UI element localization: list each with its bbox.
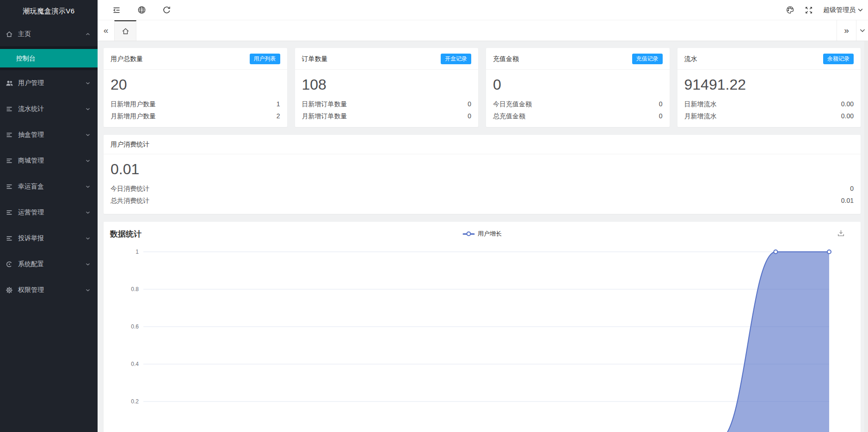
card-title: 流水	[684, 55, 697, 63]
card-title: 用户消费统计	[111, 140, 149, 149]
sidebar-item-operations[interactable]: 运营管理	[0, 200, 98, 225]
vertical-scrollbar[interactable]	[864, 41, 868, 432]
sidebar-item-label: 用户管理	[18, 79, 85, 87]
navbar-right: 超级管理员	[786, 6, 868, 14]
stat-row: 今日消费统计 0	[111, 183, 854, 195]
top-navbar: 超级管理员	[98, 0, 868, 20]
list-icon	[6, 157, 17, 164]
chart-title: 数据统计	[110, 229, 142, 239]
globe-icon[interactable]	[137, 6, 146, 14]
stat-label: 今日充值金额	[493, 98, 532, 110]
refresh-icon[interactable]	[162, 6, 171, 14]
list-icon	[6, 105, 17, 113]
sidebar-item-complaints[interactable]: 投诉举报	[0, 225, 98, 251]
card-value: 91491.22	[684, 76, 854, 93]
stat-card-orders: 订单数量 开盒记录 108 日新增订单数量 0 月新增订单数量 0	[295, 48, 479, 127]
stat-row: 日新增订单数量 0	[302, 98, 472, 110]
chevron-down-icon	[85, 184, 91, 189]
stat-label: 日新增流水	[684, 98, 717, 110]
card-value: 0.01	[111, 161, 854, 178]
double-left-icon[interactable]: «	[98, 20, 114, 41]
stat-card-recharge: 充值金额 充值记录 0 今日充值金额 0 总充值金额 0	[486, 48, 670, 127]
stat-row: 月新增流水 0.00	[684, 110, 854, 122]
sidebar-item-flow-stats[interactable]: 流水统计	[0, 96, 98, 122]
stat-row: 总共消费统计 0.01	[111, 195, 854, 207]
home-icon	[122, 27, 129, 35]
chevron-up-icon	[85, 31, 91, 37]
card-title: 订单数量	[302, 55, 328, 63]
legend-label: 用户增长	[478, 230, 502, 238]
chart-card: 数据统计 用户增长 10.80.60.40.2	[104, 222, 861, 432]
sidebar-item-box-mgmt[interactable]: 抽盒管理	[0, 122, 98, 148]
list-icon	[6, 131, 17, 139]
sidebar-item-label: 权限管理	[18, 286, 85, 294]
users-icon	[6, 79, 17, 87]
menu-fold-icon[interactable]	[112, 6, 121, 15]
stat-cards-row-2: 用户消费统计 0.01 今日消费统计 0 总共消费统计 0.01	[104, 135, 861, 214]
sidebar-item-user-mgmt[interactable]: 用户管理	[0, 70, 98, 96]
stat-label: 今日消费统计	[111, 183, 149, 195]
stat-row: 总充值金额 0	[493, 110, 663, 122]
chevron-down-icon	[85, 210, 91, 215]
chevron-down-icon[interactable]	[856, 20, 868, 41]
card-badge-link[interactable]: 余额记录	[823, 54, 854, 64]
stat-row: 月新增订单数量 0	[302, 110, 472, 122]
svg-text:0.2: 0.2	[131, 398, 139, 405]
stat-row: 月新增用户数量 2	[111, 110, 280, 122]
stat-label: 日新增订单数量	[302, 98, 347, 110]
line-series-marker-icon	[462, 231, 474, 237]
stat-card-consumption: 用户消费统计 0.01 今日消费统计 0 总共消费统计 0.01	[104, 135, 861, 214]
sidebar-item-lucky-box[interactable]: 幸运盲盒	[0, 174, 98, 200]
sidebar-item-label: 系统配置	[18, 260, 85, 268]
sidebar-item-permissions[interactable]: 权限管理	[0, 277, 98, 303]
stat-value: 0.00	[841, 110, 854, 122]
stat-value: 0	[659, 98, 663, 110]
stat-row: 日新增用户数量 1	[111, 98, 280, 110]
sidebar-item-label: 运营管理	[18, 208, 85, 217]
sidebar-item-home[interactable]: 主页	[0, 22, 98, 46]
stat-label: 月新增用户数量	[111, 110, 156, 122]
stat-cards-row: 用户总数量 用户列表 20 日新增用户数量 1 月新增用户数量 2 订单数量 开…	[104, 48, 861, 127]
download-icon[interactable]	[837, 229, 845, 237]
chevron-down-icon	[857, 7, 863, 13]
card-badge-link[interactable]: 开盒记录	[441, 54, 471, 64]
sidebar-item-label: 投诉举报	[18, 234, 85, 243]
stat-value: 0.01	[841, 195, 854, 207]
card-value: 0	[493, 76, 663, 93]
stat-row: 日新增流水 0.00	[684, 98, 854, 110]
gear-icon	[6, 286, 17, 294]
tab-home[interactable]	[114, 20, 136, 41]
sidebar-item-label: 抽盒管理	[18, 131, 85, 139]
legend-item-user-growth[interactable]: 用户增长	[462, 230, 502, 238]
sidebar-item-mall-mgmt[interactable]: 商城管理	[0, 148, 98, 174]
sidebar-item-label: 主页	[18, 30, 85, 38]
stat-value: 0	[468, 110, 471, 122]
sidebar-item-label: 流水统计	[18, 105, 85, 113]
sidebar-submenu: 控制台	[0, 46, 98, 70]
area-chart[interactable]: 10.80.60.40.2	[104, 246, 861, 432]
list-icon	[6, 183, 17, 190]
double-right-icon[interactable]: »	[837, 20, 856, 41]
sidebar-item-console[interactable]: 控制台	[0, 49, 98, 67]
palette-icon[interactable]	[786, 6, 794, 14]
stat-value: 1	[277, 98, 280, 110]
home-icon	[6, 30, 17, 38]
svg-text:0.6: 0.6	[131, 323, 139, 330]
sidebar-item-label: 幸运盲盒	[18, 183, 85, 191]
stat-value: 0	[850, 183, 854, 195]
card-badge-link[interactable]: 用户列表	[250, 54, 280, 64]
chevron-down-icon	[85, 132, 91, 138]
chevron-down-icon	[85, 236, 91, 241]
stat-label: 月新增订单数量	[302, 110, 347, 122]
sidebar-item-system-config[interactable]: 系统配置	[0, 251, 98, 277]
chevron-down-icon	[85, 158, 91, 164]
svg-text:1: 1	[135, 249, 139, 255]
user-menu[interactable]: 超级管理员	[823, 6, 863, 14]
card-value: 20	[111, 76, 280, 93]
card-badge-link[interactable]: 充值记录	[632, 54, 663, 64]
sidebar-item-label: 商城管理	[18, 157, 85, 165]
sidebar: 潮玩魔盒演示V6 主页 控制台 用户管理 流水统计 抽盒管	[0, 0, 98, 432]
fullscreen-icon[interactable]	[805, 6, 813, 14]
svg-text:0.4: 0.4	[131, 361, 139, 367]
chevron-down-icon	[85, 262, 91, 267]
